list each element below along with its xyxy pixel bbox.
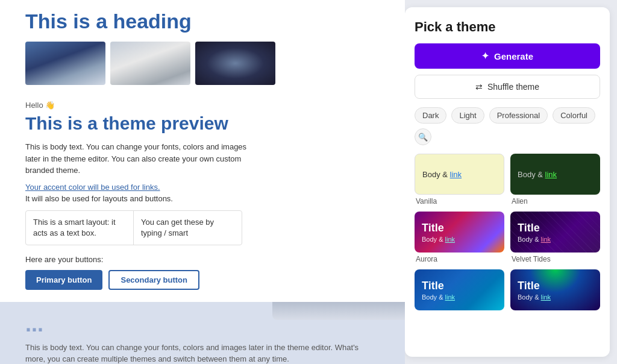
theme-item-alien[interactable]: Body & link Alien xyxy=(510,154,600,206)
aurora-name: Aurora xyxy=(415,255,504,263)
velvet-link: link xyxy=(541,236,551,243)
filter-professional[interactable]: Professional xyxy=(489,107,548,124)
smart-layout-grid: This is a smart layout: it acts as a tex… xyxy=(25,210,242,245)
secondary-button[interactable]: Secondary button xyxy=(108,270,199,290)
filter-row: Dark Light Professional Colorful 🔍 xyxy=(415,107,600,145)
accent-link[interactable]: Your accent color will be used for links… xyxy=(25,183,393,192)
velvet-body: Body & link xyxy=(518,236,551,243)
theme-item-velvet[interactable]: Title Body & link Velvet Tides xyxy=(510,212,600,263)
blue-teal-body: Body & link xyxy=(422,293,455,301)
generate-label: Generate xyxy=(494,51,533,61)
velvet-name: Velvet Tides xyxy=(510,255,600,263)
aurora-green-body: Body & link xyxy=(518,293,551,301)
buttons-row: Primary button Secondary button xyxy=(25,270,393,290)
search-button[interactable]: 🔍 xyxy=(415,128,431,145)
themes-grid: Body & link Vanilla Body & link Alien Ti… xyxy=(415,154,600,313)
hello-text: Hello 👋 xyxy=(25,101,393,110)
aurora-title: Title xyxy=(422,222,444,234)
buttons-label: Here are your buttons: xyxy=(25,255,393,264)
preview-image-mountain xyxy=(25,42,105,85)
layout-hint: It will also be used for layouts and but… xyxy=(25,194,393,203)
theme-swatch-aurora[interactable]: Title Body & link xyxy=(415,212,504,253)
preview-image-person xyxy=(110,42,190,85)
aurora-link: link xyxy=(445,236,456,243)
theme-item-blue-teal[interactable]: Title Body & link xyxy=(415,269,504,313)
theme-swatch-velvet[interactable]: Title Body & link xyxy=(510,212,600,253)
primary-button[interactable]: Primary button xyxy=(25,270,102,290)
smart-cell-1: This is a smart layout: it acts as a tex… xyxy=(26,211,134,245)
shuffle-label: Shuffle theme xyxy=(487,82,539,92)
theme-item-aurora[interactable]: Title Body & link Aurora xyxy=(415,212,504,263)
generate-button[interactable]: Generate xyxy=(415,43,600,69)
theme-swatch-alien[interactable]: Body & link xyxy=(510,154,600,195)
alien-link: link xyxy=(545,170,557,179)
preview-images-row xyxy=(25,42,393,85)
shuffle-button[interactable]: Shuffle theme xyxy=(415,75,600,99)
theme-swatch-blue-teal[interactable]: Title Body & link xyxy=(415,269,504,310)
panel-title: Pick a theme xyxy=(415,19,600,35)
filter-colorful[interactable]: Colorful xyxy=(553,107,595,124)
sparkle-icon xyxy=(481,51,489,61)
theme-item-vanilla[interactable]: Body & link Vanilla xyxy=(415,154,504,206)
vanilla-link: link xyxy=(450,170,462,179)
theme-swatch-vanilla[interactable]: Body & link xyxy=(415,154,504,195)
smart-cell-2: You can get these by typing / smart xyxy=(134,211,242,245)
vanilla-name: Vanilla xyxy=(415,197,504,206)
theme-picker-panel: Pick a theme Generate Shuffle theme Dark… xyxy=(405,7,610,357)
search-icon: 🔍 xyxy=(418,133,428,142)
preview-card: Hello 👋 This is a theme preview This is … xyxy=(0,91,405,302)
theme-item-aurora-green[interactable]: Title Body & link xyxy=(510,269,600,313)
theme-preview-heading: This is a theme preview xyxy=(25,113,393,134)
theme-swatch-aurora-green[interactable]: Title Body & link xyxy=(510,269,600,310)
blue-teal-link: link xyxy=(445,293,456,301)
filter-light[interactable]: Light xyxy=(451,107,484,124)
blue-teal-title: Title xyxy=(422,280,444,292)
preview-image-space xyxy=(195,42,275,85)
aurora-green-title: Title xyxy=(518,280,540,292)
alien-body: Body & link xyxy=(518,170,557,179)
body-text-1: This is body text. You can change your f… xyxy=(25,141,254,177)
aurora-green-link: link xyxy=(541,293,551,301)
vanilla-body: Body & link xyxy=(422,170,462,179)
alien-name: Alien xyxy=(510,197,600,206)
velvet-title: Title xyxy=(518,222,540,234)
bottom-body-text: This is body text. You can change your f… xyxy=(25,342,380,364)
shuffle-icon xyxy=(475,82,483,92)
preview-panel: This is a heading Hello 👋 This is a them… xyxy=(0,0,405,364)
filter-dark[interactable]: Dark xyxy=(415,107,446,124)
preview-main-heading: This is a heading xyxy=(25,10,393,33)
aurora-body: Body & link xyxy=(422,236,455,243)
